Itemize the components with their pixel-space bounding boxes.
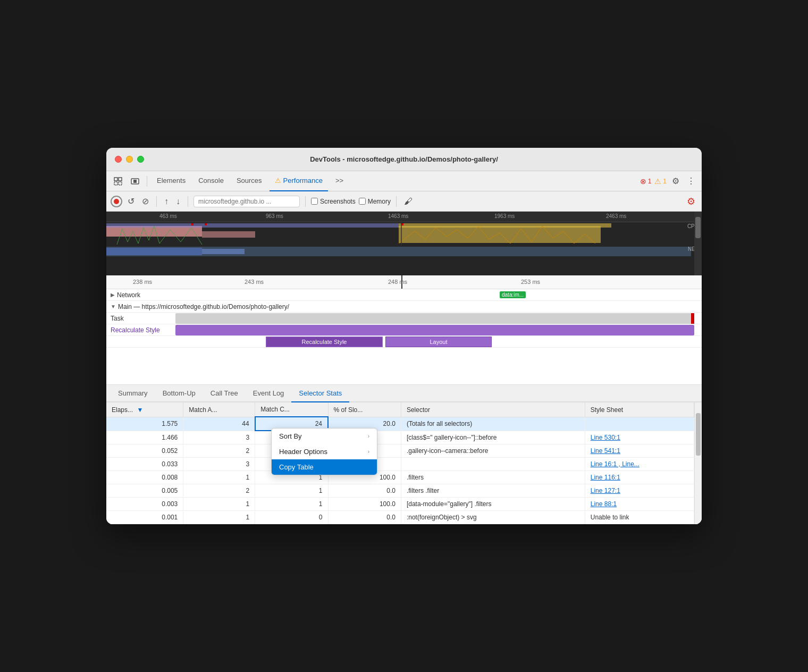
cell-match-c-5: 1 (255, 484, 328, 497)
error-badge: ⊗ 1 (640, 177, 652, 186)
table-row[interactable]: 0.005 2 1 0.0 .filters .filter Line 127:… (106, 484, 694, 497)
screenshots-checkbox[interactable] (311, 198, 318, 205)
th-match-c[interactable]: Match C... (255, 402, 328, 417)
cell-selector-6: [data-module="gallery"] .filters (401, 497, 585, 510)
ruler-mark-1: 463 ms (159, 213, 177, 219)
record-dot (114, 199, 119, 204)
cell-match-a-6: 1 (183, 497, 255, 510)
task-bar-container (175, 313, 702, 324)
table-row[interactable]: 1.466 3 [class$=" gallery-icon--"]::befo… (106, 431, 694, 444)
tab-performance[interactable]: ⚠ Performance (270, 171, 328, 191)
time-mark-3: 248 ms (388, 279, 407, 285)
flamegraph-area: ▶ Network data:im... ▼ Main — https://mi… (106, 289, 702, 385)
table-container[interactable]: Elaps... ▼ Match A... Match C... % of Sl… (106, 402, 702, 524)
cell-match-a-4: 1 (183, 471, 255, 484)
tab-sources[interactable]: Sources (231, 171, 267, 191)
ctx-copy-table[interactable]: Copy Table (272, 459, 377, 475)
cell-selector-5: .filters .filter (401, 484, 585, 497)
table-row[interactable]: 0.003 1 1 100.0 [data-module="gallery"] … (106, 497, 694, 510)
minimize-button[interactable] (126, 156, 133, 163)
table-wrapper: Elaps... ▼ Match A... Match C... % of Sl… (106, 402, 702, 524)
ctx-sort-by[interactable]: Sort By › (272, 429, 377, 444)
tab-event-log[interactable]: Event Log (246, 385, 292, 402)
maximize-button[interactable] (137, 156, 144, 163)
close-button[interactable] (115, 156, 122, 163)
more-options-button[interactable]: ⋮ (685, 174, 697, 188)
upload-button[interactable]: ↑ (162, 195, 171, 208)
link-116[interactable]: Line 116:1 (591, 474, 620, 481)
time-mark-2: 243 ms (245, 279, 264, 285)
table-row[interactable]: 0.033 3 Line 16:1 , Line... (106, 457, 694, 471)
warn-badge: ⚠ 1 (654, 177, 667, 186)
link-88[interactable]: Line 88:1 (591, 500, 617, 508)
svg-rect-13 (205, 223, 207, 225)
th-pct-slo[interactable]: % of Slo... (328, 402, 401, 417)
table-row[interactable]: 1.575 44 24 20.0 (Totals for all selecto… (106, 417, 694, 431)
tab-selector-stats[interactable]: Selector Stats (291, 385, 349, 402)
link-530[interactable]: Line 530:1 (591, 434, 620, 441)
tab-call-tree[interactable]: Call Tree (203, 385, 246, 402)
th-match-a[interactable]: Match A... (183, 402, 255, 417)
tab-bottom-up[interactable]: Bottom-Up (155, 385, 203, 402)
svg-rect-14 (401, 223, 403, 225)
ctx-header-arrow: › (368, 449, 369, 455)
recalc-bar (175, 325, 694, 335)
th-style-sheet[interactable]: Style Sheet (585, 402, 694, 417)
download-button[interactable]: ↓ (174, 195, 182, 208)
url-input[interactable] (193, 196, 300, 207)
link-127[interactable]: Line 127:1 (591, 487, 620, 494)
cell-selector-1: [class$=" gallery-icon--"]::before (401, 431, 585, 444)
link-16[interactable]: Line 16:1 , Line... (591, 460, 639, 468)
table-scrollbar[interactable] (694, 402, 702, 524)
main-row: ▼ Main — https://microsoftedge.github.io… (106, 301, 702, 313)
screenshots-checkbox-label[interactable]: Screenshots (311, 198, 356, 205)
timeline-scrollbar[interactable] (694, 212, 702, 275)
task-bar (175, 313, 694, 324)
link-541[interactable]: Line 541:1 (591, 447, 620, 455)
cell-elapsed-6: 0.003 (106, 497, 183, 510)
memory-checkbox[interactable] (359, 198, 366, 205)
tab-more[interactable]: >> (330, 171, 349, 191)
segments-container: Recalculate Style Layout (175, 336, 702, 348)
table-row[interactable]: 0.052 2 .gallery-icon--camera::before Li… (106, 444, 694, 457)
cell-selector-4: .filters (401, 471, 585, 484)
svg-rect-10 (399, 226, 601, 243)
gear-settings-button[interactable]: ⚙ (685, 194, 697, 209)
device-toolbar-icon[interactable] (128, 175, 142, 188)
cell-match-a-1: 3 (183, 431, 255, 444)
main-collapse[interactable]: ▼ (111, 304, 116, 309)
divider5 (396, 196, 397, 207)
performance-toolbar: ↺ ⊘ ↑ ↓ Screenshots Memory 🖌 ⚙ (106, 191, 702, 212)
settings-button[interactable]: ⚙ (670, 174, 681, 188)
ruler-mark-4: 1963 ms (494, 213, 515, 219)
record-button[interactable] (111, 196, 122, 207)
toolbar-right: ⊗ 1 ⚠ 1 ⚙ ⋮ (640, 174, 697, 188)
timeline-area: 463 ms 963 ms 1463 ms 1963 ms 2463 ms (106, 212, 702, 275)
ctx-header-options[interactable]: Header Options › (272, 444, 377, 459)
divider (147, 176, 147, 187)
reload-button[interactable]: ↺ (125, 194, 137, 208)
performance-warning-icon: ⚠ (275, 177, 281, 184)
table-row[interactable]: 0.001 1 0 0.0 :not(foreignObject) > svg … (106, 510, 694, 524)
th-elapsed[interactable]: Elaps... ▼ (106, 402, 183, 417)
brush-icon-button[interactable]: 🖌 (402, 195, 415, 208)
tab-summary[interactable]: Summary (111, 385, 155, 402)
time-mark-1: 238 ms (133, 279, 152, 285)
table-row[interactable]: 0.008 1 1 100.0 .filters Line 116:1 (106, 471, 694, 484)
cell-elapsed-4: 0.008 (106, 471, 183, 484)
cell-selector-0: (Totals for all selectors) (401, 417, 585, 431)
cell-match-a-0: 44 (183, 417, 255, 431)
stop-button[interactable]: ⊘ (140, 194, 151, 208)
table-scrollbar-thumb (696, 413, 701, 456)
data-im-badge: data:im... (500, 291, 526, 298)
main-label: Main — https://microsoftedge.github.io/D… (118, 303, 289, 310)
tab-console[interactable]: Console (193, 171, 229, 191)
network-expand[interactable]: ▶ (111, 292, 115, 298)
th-selector[interactable]: Selector (401, 402, 585, 417)
memory-checkbox-label[interactable]: Memory (359, 198, 391, 205)
cell-pct-5: 0.0 (328, 484, 401, 497)
inspector-icon[interactable] (111, 175, 125, 188)
tab-elements[interactable]: Elements (152, 171, 191, 191)
ruler-mark-3: 1463 ms (388, 213, 408, 219)
title-bar: DevTools - microsoftedge.github.io/Demos… (106, 148, 702, 171)
